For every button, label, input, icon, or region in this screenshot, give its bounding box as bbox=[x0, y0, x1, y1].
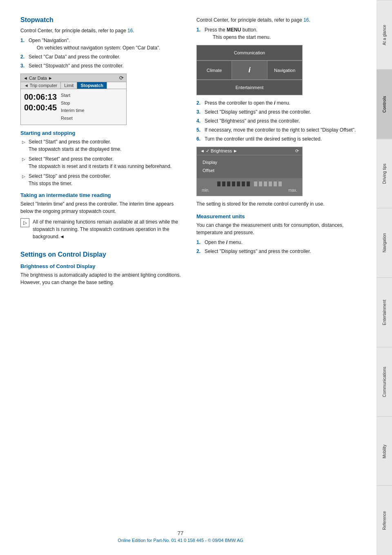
limit-tab: Limit bbox=[61, 82, 77, 89]
right-intro-link[interactable]: 16 bbox=[303, 17, 309, 23]
stopwatch-intro: Control Center, for principle details, r… bbox=[20, 27, 184, 34]
stopwatch-menu: Start Stop Interim time Reset bbox=[61, 92, 84, 122]
sidebar-tab-navigation[interactable]: Navigation bbox=[376, 208, 392, 278]
measurement-units-title: Measurement units bbox=[196, 213, 360, 219]
main-content: Stopwatch Control Center, for principle … bbox=[0, 0, 376, 555]
note-icon: ▷ bbox=[20, 218, 29, 227]
note-box: ▷ All of the remaining functions remain … bbox=[20, 218, 184, 243]
sidebar-tab-reference[interactable]: Reference bbox=[376, 486, 392, 555]
list-item: 2. Press the controller to open the i me… bbox=[196, 99, 360, 107]
time-display-1: 00:06:13 bbox=[24, 92, 57, 102]
stopwatch-tab: Stopwatch bbox=[77, 82, 107, 89]
time-display-2: 00:00:45 bbox=[24, 102, 57, 113]
note-text: All of the remaining functions remain av… bbox=[33, 218, 184, 240]
measurement-body: You can change the measurement units for… bbox=[196, 222, 360, 236]
brightness-screenshot: ◄ ✓ Brightness ► ⟳ Display Offset bbox=[196, 147, 303, 196]
sidebar-tab-driving-tips[interactable]: Driving tips bbox=[376, 139, 392, 208]
offset-option: Offset bbox=[200, 167, 299, 174]
sidebar: At a glance Controls Driving tips Naviga… bbox=[376, 0, 392, 555]
list-item: ▷ Select "Reset" and press the controlle… bbox=[20, 155, 184, 170]
settings-title: Settings on Control Display bbox=[20, 251, 184, 258]
list-item: ▷ Select "Start" and press the controlle… bbox=[20, 138, 184, 153]
brightness-bar bbox=[217, 181, 282, 186]
list-item: ▷ Select "Stop" and press the controller… bbox=[20, 172, 184, 187]
left-column: Stopwatch Control Center, for principle … bbox=[20, 16, 184, 289]
comm-cell-i: i bbox=[232, 61, 267, 79]
trip-computer-tab: ◄ Trip computer bbox=[21, 82, 61, 89]
starting-stopping-list: ▷ Select "Start" and press the controlle… bbox=[20, 138, 184, 187]
brightness-title-label: ✓ bbox=[206, 148, 209, 153]
page-number: 77 bbox=[0, 530, 361, 536]
footer-text: Online Edition for Part-No. 01 41 0 158 … bbox=[0, 538, 361, 543]
comm-cell-communication: Communication bbox=[197, 45, 302, 60]
brightness-body: The brightness is automatically adapted … bbox=[20, 271, 184, 286]
list-item: 6. Turn the controller until the desired… bbox=[196, 135, 360, 143]
list-item: 5. If necessary, move the controller to … bbox=[196, 126, 360, 134]
list-item: 2. Select "Car Data" and press the contr… bbox=[20, 53, 184, 60]
starting-stopping-title: Starting and stopping bbox=[20, 130, 184, 136]
list-item: 3. Select "Stopwatch" and press the cont… bbox=[20, 62, 184, 69]
menu-item-reset: Reset bbox=[61, 114, 84, 122]
comm-cell-navigation: Navigation bbox=[267, 61, 302, 79]
bar-label-max: max. bbox=[288, 188, 297, 192]
interim-time-body: Select "Interim time" and press the cont… bbox=[20, 200, 184, 215]
sidebar-tab-mobility[interactable]: Mobility bbox=[376, 416, 392, 486]
brightness-title: Brightness of Control Display bbox=[20, 263, 184, 269]
sidebar-tab-communications[interactable]: Communications bbox=[376, 347, 392, 416]
sidebar-tab-controls[interactable]: Controls bbox=[376, 69, 392, 139]
page-footer: 77 Online Edition for Part-No. 01 41 0 1… bbox=[0, 530, 361, 543]
menu-item-start: Start bbox=[61, 92, 84, 99]
right-steps-2: 2. Press the controller to open the i me… bbox=[196, 99, 360, 143]
stopwatch-time-display: 00:06:13 00:00:45 bbox=[24, 92, 57, 122]
list-item: 1. Open "Navigation". On vehicles withou… bbox=[20, 37, 184, 51]
stopwatch-steps: 1. Open "Navigation". On vehicles withou… bbox=[20, 37, 184, 69]
sidebar-tab-entertainment[interactable]: Entertainment bbox=[376, 278, 392, 347]
settings-section: Settings on Control Display Brightness o… bbox=[20, 251, 184, 286]
car-data-screenshot: ◄ Car Data ► ⟳ ◄ Trip computer Limit Sto… bbox=[20, 74, 127, 125]
bar-label-min: min. bbox=[202, 188, 209, 192]
interim-time-title: Taking an intermediate time reading bbox=[20, 192, 184, 198]
list-item: 1. Press the MENU button. This opens the… bbox=[196, 26, 360, 41]
setting-stored-text: The setting is stored for the remote con… bbox=[196, 200, 360, 208]
list-item: 2. Select "Display settings" and press t… bbox=[196, 248, 360, 255]
menu-item-interim: Interim time bbox=[61, 107, 84, 114]
list-item: 1. Open the i menu. bbox=[196, 239, 360, 246]
right-steps-1: 1. Press the MENU button. This opens the… bbox=[196, 26, 360, 41]
display-option: Display bbox=[200, 159, 299, 166]
comm-cell-climate: Climate bbox=[197, 61, 232, 79]
comm-screenshot: Communication Climate i Navigation Enter… bbox=[196, 45, 303, 95]
sidebar-tab-at-a-glance[interactable]: At a glance bbox=[376, 0, 392, 69]
comm-cell-entertainment: Entertainment bbox=[197, 80, 302, 95]
right-intro: Control Center, for principle details, r… bbox=[196, 16, 360, 24]
right-column: Control Center, for principle details, r… bbox=[196, 16, 360, 289]
stopwatch-title: Stopwatch bbox=[20, 16, 184, 24]
menu-item-stop: Stop bbox=[61, 99, 84, 107]
measurement-steps: 1. Open the i menu. 2. Select "Display s… bbox=[196, 239, 360, 255]
list-item: 4. Select "Brightness" and press the con… bbox=[196, 117, 360, 125]
list-item: 3. Select "Display settings" and press t… bbox=[196, 108, 360, 116]
stopwatch-intro-link[interactable]: 16 bbox=[127, 28, 133, 34]
